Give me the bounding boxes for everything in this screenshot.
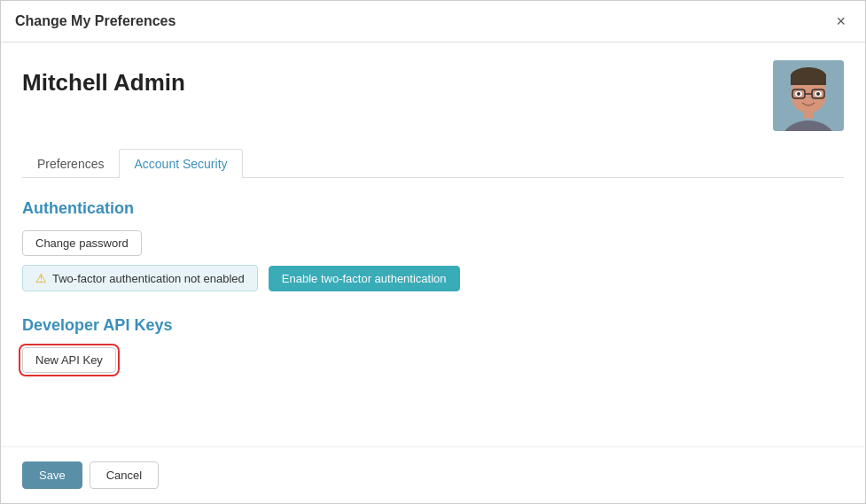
svg-rect-5 bbox=[791, 74, 826, 85]
change-password-button[interactable]: Change password bbox=[22, 230, 142, 256]
user-name: Mitchell Admin bbox=[22, 69, 185, 97]
authentication-section: Authentication Change password ⚠ Two-fac… bbox=[22, 199, 844, 291]
modal-title: Change My Preferences bbox=[15, 13, 176, 29]
modal-body: Mitchell Admin bbox=[1, 43, 865, 446]
modal: Change My Preferences × Mitchell Admin bbox=[0, 0, 866, 504]
svg-point-11 bbox=[797, 92, 800, 96]
api-keys-section: Developer API Keys New API Key bbox=[22, 316, 844, 373]
warning-icon: ⚠ bbox=[35, 271, 47, 285]
tabs: Preferences Account Security bbox=[22, 149, 844, 178]
enable-two-factor-button[interactable]: Enable two-factor authentication bbox=[269, 266, 460, 291]
tab-preferences[interactable]: Preferences bbox=[22, 149, 119, 178]
two-factor-row: ⚠ Two-factor authentication not enabled … bbox=[22, 265, 844, 291]
user-section: Mitchell Admin bbox=[22, 60, 844, 131]
two-factor-warning-text: Two-factor authentication not enabled bbox=[52, 272, 245, 285]
tab-account-security[interactable]: Account Security bbox=[119, 149, 242, 178]
save-button[interactable]: Save bbox=[22, 461, 82, 489]
avatar-image bbox=[773, 60, 844, 131]
cancel-button[interactable]: Cancel bbox=[90, 461, 159, 489]
modal-header: Change My Preferences × bbox=[1, 1, 865, 43]
close-button[interactable]: × bbox=[831, 12, 851, 31]
two-factor-warning: ⚠ Two-factor authentication not enabled bbox=[22, 265, 258, 291]
svg-point-12 bbox=[816, 92, 820, 96]
avatar bbox=[773, 60, 844, 131]
modal-footer: Save Cancel bbox=[1, 446, 865, 503]
authentication-title: Authentication bbox=[22, 199, 844, 218]
api-keys-title: Developer API Keys bbox=[22, 316, 844, 335]
new-api-key-button[interactable]: New API Key bbox=[22, 347, 116, 373]
